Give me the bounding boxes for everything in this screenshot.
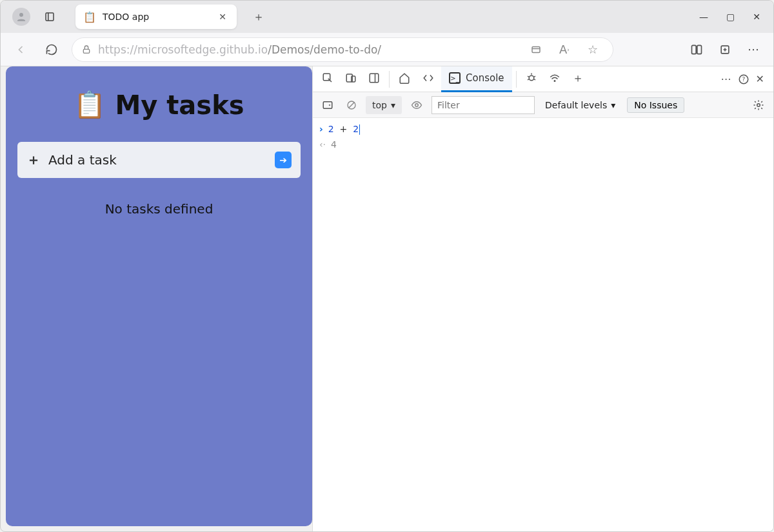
minimize-button[interactable]: — [699,12,708,22]
svg-rect-7 [697,45,702,54]
separator [516,71,517,88]
console-filter-input[interactable] [432,96,535,114]
add-task-input[interactable]: ＋ Add a task ➔ [17,142,301,178]
help-icon: ? [738,74,749,85]
collections-button[interactable] [714,39,736,61]
console-input-line[interactable]: › 2 + 2 [319,122,767,137]
person-icon [15,11,27,23]
svg-rect-1 [46,13,54,21]
svg-rect-6 [692,45,697,54]
gear-icon [753,99,764,111]
omnibox[interactable]: https://microsoftedge.github.io/Demos/de… [72,37,613,62]
collections-icon [719,43,731,56]
svg-rect-3 [83,49,89,53]
todo-page: 📋 My tasks ＋ Add a task ➔ No tasks defin… [6,66,312,526]
devtools-tabstrip: >_ Console ＋ ⋯ ? ✕ [313,66,773,92]
svg-text:?: ? [742,76,745,83]
tab-welcome[interactable] [393,66,415,92]
profile-avatar[interactable] [12,8,30,26]
url-path: /Demos/demo-to-do/ [268,43,381,56]
arrow-left-icon [14,43,27,56]
svg-rect-4 [532,46,540,52]
tab-close-button[interactable]: ✕ [216,12,229,22]
plus-icon: ＋ [26,150,41,170]
console-result-value: 4 [331,137,337,153]
url-text: https://microsoftedge.github.io/Demos/de… [98,43,519,56]
result-icon: ‹· [319,137,326,153]
browser-tab[interactable]: 📋 TODO app ✕ [75,5,237,29]
eye-icon [411,99,422,111]
tab-actions-icon [44,11,55,23]
tab-elements[interactable] [417,66,440,92]
split-screen-button[interactable] [686,39,708,61]
refresh-button[interactable] [41,39,63,61]
close-window-button[interactable]: ✕ [753,12,760,22]
home-icon [399,72,410,84]
svg-rect-25 [323,101,332,108]
split-screen-icon [690,43,703,56]
inspect-element-button[interactable] [317,66,339,92]
devtools-more-button[interactable]: ⋯ [721,73,731,85]
favorite-button[interactable]: ☆ [582,39,604,61]
console-settings-button[interactable] [753,99,768,111]
live-expression-button[interactable] [407,96,426,114]
maximize-button[interactable]: ▢ [726,12,735,22]
app-available-icon[interactable] [525,39,547,61]
tab-network-conditions[interactable] [544,66,566,92]
dock-icon [368,72,380,84]
console-output[interactable]: › 2 + 2 ‹· 4 [313,118,773,531]
svg-line-18 [528,76,529,77]
svg-line-20 [528,79,529,81]
text-caret [359,124,360,135]
context-selector[interactable]: top ▾ [366,96,402,114]
svg-line-27 [349,103,354,108]
devtools-close-button[interactable]: ✕ [756,73,764,85]
window-controls: — ▢ ✕ [699,12,768,22]
svg-rect-14 [370,74,379,83]
add-task-placeholder: Add a task [48,152,117,168]
clear-icon [346,100,357,110]
svg-point-22 [554,81,555,82]
svg-point-16 [529,75,534,81]
tab-issues[interactable] [521,66,542,92]
separator [389,71,390,88]
back-button [10,39,32,61]
context-label: top [372,100,387,110]
page-heading-text: My tasks [115,90,244,120]
inspect-icon [322,72,333,84]
lock-icon [81,44,92,55]
bug-icon [526,72,537,84]
menu-button[interactable]: ⋯ [742,39,764,61]
svg-point-29 [757,103,760,106]
svg-line-19 [533,76,535,77]
clipboard-icon: 📋 [74,90,106,120]
browser-titlebar: 📋 TODO app ✕ ＋ — ▢ ✕ [1,1,773,33]
tab-title: TODO app [103,12,216,22]
console-input-text: 2 + 2 [328,122,360,137]
address-bar: https://microsoftedge.github.io/Demos/de… [1,33,773,66]
toggle-drawer-button[interactable] [318,96,337,114]
page-heading: 📋 My tasks [12,90,306,120]
clear-console-button[interactable] [342,96,361,114]
submit-task-button[interactable]: ➔ [275,152,292,168]
devtools-help-button[interactable]: ? [738,74,749,85]
log-levels-selector[interactable]: Default levels ▾ [545,100,615,110]
new-tab-button[interactable]: ＋ [248,6,269,27]
device-emulation-button[interactable] [340,66,362,92]
console-toolbar: top ▾ Default levels ▾ No Issues [313,92,773,118]
svg-point-0 [19,13,23,17]
tab-console[interactable]: >_ Console [441,66,512,92]
devices-icon [345,72,357,84]
prompt-icon: › [319,122,323,137]
clipboard-icon: 📋 [83,11,96,23]
sidebar-icon [322,99,333,111]
tab-actions-button[interactable] [41,8,59,26]
empty-state-text: No tasks defined [12,201,306,217]
tab-console-label: Console [466,72,504,84]
more-tabs-button[interactable]: ＋ [567,66,589,92]
content-area: 📋 My tasks ＋ Add a task ➔ No tasks defin… [1,66,773,531]
issues-button[interactable]: No Issues [627,97,684,113]
svg-line-21 [533,79,535,81]
dock-side-button[interactable] [363,66,385,92]
read-aloud-button[interactable]: A› [553,39,575,61]
